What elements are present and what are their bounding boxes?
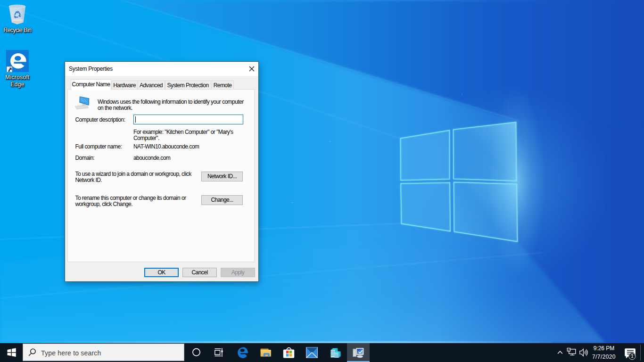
svg-text:1: 1 — [631, 353, 634, 359]
